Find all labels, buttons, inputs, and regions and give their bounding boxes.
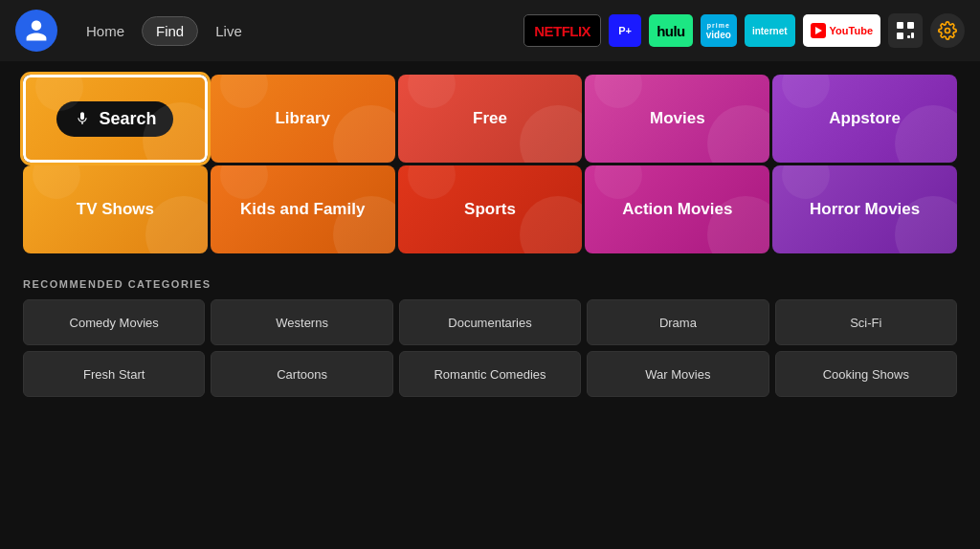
rec-tile-5[interactable]: Fresh Start [23, 351, 205, 397]
hulu-button[interactable]: hulu [649, 14, 693, 47]
free-tile[interactable]: Free [398, 75, 583, 163]
movies-tile[interactable]: Movies [585, 75, 769, 163]
svg-rect-1 [897, 22, 903, 29]
search-tile[interactable]: Search [23, 75, 208, 163]
library-tile[interactable]: Library [211, 75, 395, 163]
paramount-button[interactable]: P+ [609, 14, 641, 47]
tvshows-tile[interactable]: TV Shows [23, 165, 208, 253]
top-nav: Home Find Live NETFLIX P+ hulu prime vid… [0, 0, 980, 61]
rec-tile-0[interactable]: Comedy Movies [23, 299, 205, 345]
rec-tile-3[interactable]: Drama [587, 299, 768, 345]
nav-live[interactable]: Live [202, 17, 256, 45]
recommended-section: RECOMMENDED CATEGORIES Comedy MoviesWest… [0, 278, 980, 397]
rec-tile-6[interactable]: Cartoons [211, 351, 392, 397]
nav-home[interactable]: Home [73, 17, 138, 45]
youtube-button[interactable]: YouTube [803, 14, 880, 47]
internet-button[interactable]: internet [745, 14, 795, 47]
avatar[interactable] [15, 10, 57, 52]
sports-label: Sports [464, 200, 516, 219]
rec-tile-1[interactable]: Westerns [211, 299, 392, 345]
main-content: Search Library Free Movies Appstore TV S… [0, 61, 980, 263]
horrormovies-label: Horror Movies [810, 200, 920, 219]
library-label: Library [275, 109, 330, 128]
actionmovies-tile[interactable]: Action Movies [585, 165, 769, 253]
svg-rect-4 [907, 35, 910, 38]
movies-label: Movies [650, 109, 705, 128]
horrormovies-tile[interactable]: Horror Movies [772, 165, 957, 253]
svg-point-6 [946, 29, 950, 33]
rec-tile-8[interactable]: War Movies [587, 351, 768, 397]
kidsfamily-tile[interactable]: Kids and Family [211, 165, 395, 253]
rec-tile-7[interactable]: Romantic Comedies [399, 351, 581, 397]
nav-find[interactable]: Find [142, 16, 198, 46]
settings-button[interactable] [930, 13, 965, 48]
search-pill[interactable]: Search [56, 101, 173, 137]
youtube-play-icon [811, 23, 826, 38]
tvshows-label: TV Shows [77, 200, 154, 219]
rec-tile-4[interactable]: Sci-Fi [775, 299, 957, 345]
svg-marker-0 [815, 27, 822, 34]
netflix-button[interactable]: NETFLIX [523, 14, 601, 47]
free-label: Free [473, 109, 507, 128]
appstore-tile[interactable]: Appstore [772, 75, 957, 163]
rec-tile-9[interactable]: Cooking Shows [775, 351, 957, 397]
category-grid: Search Library Free Movies Appstore TV S… [23, 75, 957, 253]
nav-services: NETFLIX P+ hulu prime video internet You… [523, 13, 965, 48]
apps-button[interactable] [888, 13, 923, 48]
mic-icon [74, 110, 91, 127]
rec-grid: Comedy MoviesWesternsDocumentariesDramaS… [23, 299, 957, 397]
svg-rect-3 [897, 33, 903, 39]
svg-rect-2 [907, 22, 914, 29]
sports-tile[interactable]: Sports [398, 165, 583, 253]
svg-rect-5 [911, 33, 914, 38]
rec-tile-2[interactable]: Documentaries [399, 299, 581, 345]
appstore-label: Appstore [829, 109, 901, 128]
recommended-title: RECOMMENDED CATEGORIES [23, 278, 957, 290]
prime-button[interactable]: prime video [701, 14, 737, 47]
nav-links: Home Find Live [73, 16, 256, 46]
kidsfamily-label: Kids and Family [240, 200, 365, 219]
search-label: Search [99, 109, 156, 129]
actionmovies-label: Action Movies [622, 200, 732, 219]
